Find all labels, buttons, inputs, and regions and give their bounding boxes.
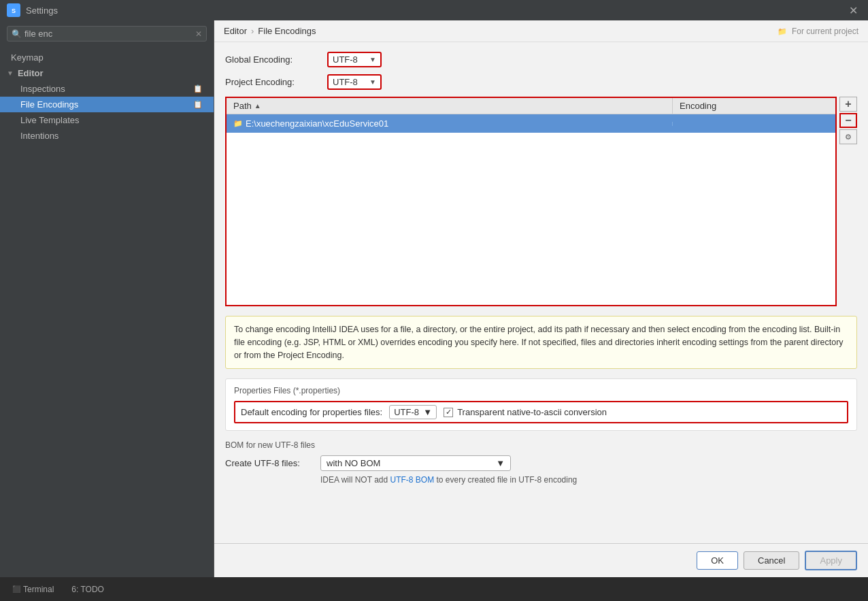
- row-encoding: [672, 122, 835, 126]
- properties-encoding-select[interactable]: UTF-8 ▼: [389, 405, 437, 419]
- project-encoding-select[interactable]: UTF-8 ▼: [327, 74, 382, 90]
- sidebar: 🔍 ✕ Keymap ▼ Editor Inspections 📋: [0, 20, 214, 577]
- terminal-item[interactable]: ⬛ Terminal: [7, 582, 59, 597]
- file-encodings-icon: 📋: [193, 100, 203, 109]
- todo-item[interactable]: 6: TODO: [66, 582, 110, 597]
- clear-icon[interactable]: ✕: [195, 29, 202, 39]
- right-panel: Editor › File Encodings 📁 For current pr…: [214, 20, 868, 577]
- global-encoding-select[interactable]: UTF-8 ▼: [327, 52, 382, 67]
- properties-default-label: Default encoding for properties files:: [241, 407, 382, 417]
- sidebar-item-intentions[interactable]: Intentions: [0, 128, 214, 144]
- row-path: 📁 E:\xuechengzaixian\xcEduService01: [227, 116, 672, 131]
- editor-label: Editor: [18, 68, 44, 78]
- breadcrumb-current: File Encodings: [258, 26, 316, 36]
- bom-select-arrow: ▼: [496, 458, 505, 468]
- sidebar-items: Keymap ▼ Editor Inspections 📋 File Encod…: [0, 47, 214, 577]
- breadcrumb-separator: ›: [251, 26, 254, 36]
- project-encoding-row: Project Encoding: UTF-8 ▼: [225, 74, 857, 90]
- svg-text:S: S: [12, 7, 16, 14]
- properties-encoding-value: UTF-8: [394, 407, 419, 417]
- create-utf8-label: Create UTF-8 files:: [225, 458, 314, 468]
- search-box: 🔍 ✕: [0, 20, 214, 47]
- transparent-conversion-row: Transparent native-to-ascii conversion: [444, 407, 607, 417]
- inspections-label: Inspections: [20, 84, 65, 94]
- inspections-icon: 📋: [193, 84, 203, 93]
- ok-button[interactable]: OK: [697, 551, 738, 570]
- file-encodings-label: File Encodings: [20, 99, 78, 110]
- close-button[interactable]: ✕: [845, 2, 861, 18]
- terminal-icon: ⬛: [12, 585, 20, 593]
- create-utf8-value: with NO BOM: [327, 458, 380, 468]
- sidebar-item-live-templates[interactable]: Live Templates: [0, 112, 214, 128]
- for-project-link[interactable]: 📁 For current project: [778, 27, 858, 36]
- remove-path-button[interactable]: −: [839, 113, 857, 128]
- project-encoding-value: UTF-8: [333, 77, 358, 87]
- transparent-conversion-label: Transparent native-to-ascii conversion: [457, 407, 607, 417]
- bom-link[interactable]: UTF-8 BOM: [390, 475, 434, 485]
- cancel-button[interactable]: Cancel: [744, 551, 799, 570]
- global-encoding-row: Global Encoding: UTF-8 ▼: [225, 52, 857, 67]
- breadcrumb-parent: Editor: [224, 26, 247, 36]
- panel-body: Global Encoding: UTF-8 ▼ Project Encodin…: [214, 42, 868, 543]
- window-title: Settings: [26, 5, 845, 16]
- path-empty: [227, 133, 835, 303]
- bottom-bar: OK Cancel Apply: [214, 543, 868, 577]
- main-content: 🔍 ✕ Keymap ▼ Editor Inspections 📋: [0, 20, 868, 577]
- global-encoding-value: UTF-8: [333, 54, 358, 65]
- path-table-wrapper: Path ▲ Encoding 📁 E:\xuechengzaixian\xcE…: [225, 97, 857, 316]
- sidebar-item-inspections[interactable]: Inspections 📋: [0, 81, 214, 97]
- keymap-label: Keymap: [11, 52, 44, 63]
- editor-arrow: ▼: [7, 69, 14, 77]
- table-row[interactable]: 📁 E:\xuechengzaixian\xcEduService01: [227, 114, 835, 133]
- global-encoding-label: Global Encoding:: [225, 54, 327, 65]
- intentions-label: Intentions: [20, 131, 59, 141]
- bom-title: BOM for new UTF-8 files: [225, 440, 857, 450]
- folder-icon: 📁: [233, 119, 243, 128]
- project-encoding-label: Project Encoding:: [225, 77, 327, 87]
- global-encoding-arrow: ▼: [369, 56, 376, 63]
- bom-hint: IDEA will NOT add UTF-8 BOM to every cre…: [225, 475, 857, 485]
- title-bar: S Settings ✕: [0, 0, 868, 20]
- settings-path-button[interactable]: ⚙: [839, 129, 857, 144]
- info-box: To change encoding IntelliJ IDEA uses fo…: [225, 316, 857, 369]
- search-icon: 🔍: [12, 29, 22, 39]
- apply-button[interactable]: Apply: [805, 551, 857, 570]
- sidebar-item-editor[interactable]: ▼ Editor: [0, 65, 214, 81]
- sidebar-item-file-encodings[interactable]: File Encodings 📋: [0, 97, 214, 112]
- path-table-header: Path ▲ Encoding: [227, 98, 835, 114]
- bom-row: Create UTF-8 files: with NO BOM ▼: [225, 455, 857, 471]
- properties-section: Properties Files (*.properties) Default …: [225, 378, 857, 431]
- col-path-header: Path ▲: [227, 98, 672, 114]
- add-path-button[interactable]: +: [839, 97, 857, 112]
- path-table-body: 📁 E:\xuechengzaixian\xcEduService01: [227, 114, 835, 305]
- path-table-actions: + − ⚙: [839, 97, 857, 316]
- search-wrap: 🔍 ✕: [7, 26, 207, 42]
- project-encoding-arrow: ▼: [369, 78, 376, 86]
- col-encoding-header: Encoding: [672, 98, 835, 114]
- taskbar: ⬛ Terminal 6: TODO: [0, 577, 868, 601]
- transparent-conversion-checkbox[interactable]: [444, 408, 453, 417]
- search-input[interactable]: [24, 29, 195, 39]
- properties-row: Default encoding for properties files: U…: [234, 401, 848, 423]
- for-project-icon: 📁: [778, 27, 787, 35]
- sidebar-item-keymap[interactable]: Keymap: [0, 50, 214, 65]
- properties-title: Properties Files (*.properties): [234, 386, 848, 395]
- sort-icon: ▲: [254, 102, 261, 110]
- create-utf8-select[interactable]: with NO BOM ▼: [320, 455, 511, 471]
- bom-section: BOM for new UTF-8 files Create UTF-8 fil…: [225, 440, 857, 485]
- path-table: Path ▲ Encoding 📁 E:\xuechengzaixian\xcE…: [225, 97, 837, 306]
- properties-encoding-arrow: ▼: [423, 407, 432, 417]
- settings-window: S Settings ✕ 🔍 ✕ Keymap ▼ Editor: [0, 0, 868, 601]
- breadcrumb: Editor › File Encodings 📁 For current pr…: [214, 20, 868, 42]
- app-icon: S: [7, 3, 20, 17]
- live-templates-label: Live Templates: [20, 115, 79, 125]
